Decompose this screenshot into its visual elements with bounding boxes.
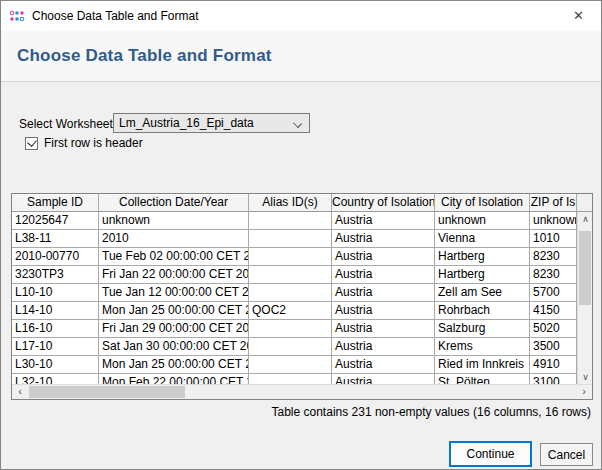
table-row[interactable]: 2010-00770Tue Feb 02 00:00:00 CET 2010Au… [12,248,577,266]
table-cell[interactable] [249,212,332,230]
data-preview-table: Sample IDCollection Date/YearAlias ID(s)… [11,193,593,400]
choose-data-table-dialog: Choose Data Table and Format ✕ Choose Da… [0,0,602,470]
table-cell[interactable]: Fri Jan 22 00:00:00 CET 2010 [99,266,249,284]
table-cell[interactable]: 8230 [530,266,577,284]
table-cell[interactable]: Rohrbach [435,302,530,320]
table-cell[interactable]: L38-11 [12,230,99,248]
table-cell[interactable]: unknown [435,212,530,230]
scroll-left-icon[interactable]: ‹ [12,385,28,400]
worksheet-select-label: Select Worksheet: [19,117,116,131]
column-header[interactable]: Sample ID [12,194,99,212]
table-cell[interactable] [249,338,332,356]
table-cell[interactable]: Austria [332,284,435,302]
table-cell[interactable]: 2010-00770 [12,248,99,266]
table-cell[interactable]: Austria [332,266,435,284]
table-cell[interactable]: Tue Feb 02 00:00:00 CET 2010 [99,248,249,266]
vertical-scrollbar-thumb[interactable] [579,231,591,305]
table-row[interactable]: L30-10Mon Jan 25 00:00:00 CET 2010Austri… [12,356,577,374]
table-cell[interactable]: L30-10 [12,356,99,374]
table-cell[interactable]: Zell am See [435,284,530,302]
table-cell[interactable]: Austria [332,320,435,338]
table-cell[interactable]: 12025647 [12,212,99,230]
table-cell[interactable]: QOC2 [249,302,332,320]
column-header[interactable]: Country of Isolation [332,194,435,212]
close-icon[interactable]: ✕ [556,1,601,30]
table-cell[interactable]: unknown [99,212,249,230]
horizontal-scrollbar[interactable]: ‹ › [12,384,592,399]
table-header-corner [577,194,592,212]
table-cell[interactable]: unknown [530,212,577,230]
table-cell[interactable]: L10-10 [12,284,99,302]
first-row-header-option[interactable]: First row is header [25,136,143,150]
table-cell[interactable]: Salzburg [435,320,530,338]
table-cell[interactable]: Austria [332,302,435,320]
table-cell[interactable]: Austria [332,338,435,356]
table-row[interactable]: L10-10Tue Jan 12 00:00:00 CET 2010Austri… [12,284,577,302]
horizontal-scrollbar-thumb[interactable] [29,386,185,398]
table-cell[interactable]: Tue Jan 12 00:00:00 CET 2010 [99,284,249,302]
title-bar[interactable]: Choose Data Table and Format ✕ [1,1,601,31]
table-cell[interactable]: 5700 [530,284,577,302]
table-row[interactable]: L14-10Mon Jan 25 00:00:00 CET 2010QOC2Au… [12,302,577,320]
table-cell[interactable]: L14-10 [12,302,99,320]
table-cell[interactable]: Hartberg [435,266,530,284]
table-cell[interactable]: Mon Jan 25 00:00:00 CET 2010 [99,302,249,320]
table-cell[interactable]: Fri Jan 29 00:00:00 CET 2010 [99,320,249,338]
window-title: Choose Data Table and Format [32,9,199,23]
first-row-header-label[interactable]: First row is header [44,136,143,150]
page-title: Choose Data Table and Format [17,46,272,66]
app-dots-icon [9,8,25,24]
table-header-row: Sample IDCollection Date/YearAlias ID(s)… [12,194,577,212]
table-row[interactable]: 3230TP3Fri Jan 22 00:00:00 CET 2010Austr… [12,266,577,284]
table-row[interactable]: L38-112010AustriaVienna1010 [12,230,577,248]
table-cell[interactable] [249,284,332,302]
table-cell[interactable] [249,266,332,284]
first-row-header-checkbox[interactable] [25,137,38,150]
table-cell[interactable]: Vienna [435,230,530,248]
table-cell[interactable]: Sat Jan 30 00:00:00 CET 2010 [99,338,249,356]
checkmark-icon [27,137,37,147]
table-cell[interactable]: Austria [332,356,435,374]
table-body: 12025647unknownAustriaunknownunknownL38-… [12,212,577,386]
table-cell[interactable] [249,320,332,338]
table-cell[interactable]: Austria [332,248,435,266]
table-row[interactable]: 12025647unknownAustriaunknownunknown [12,212,577,230]
table-cell[interactable] [249,356,332,374]
worksheet-select[interactable]: Lm_Austria_16_Epi_data [113,113,310,133]
table-cell[interactable]: Austria [332,212,435,230]
table-cell[interactable]: Austria [332,230,435,248]
vertical-scrollbar[interactable]: ∧ ∨ [577,212,592,386]
table-cell[interactable]: 3500 [530,338,577,356]
table-cell[interactable]: 5020 [530,320,577,338]
chevron-down-icon [293,119,302,128]
table-cell[interactable]: 4910 [530,356,577,374]
dialog-heading-band: Choose Data Table and Format [1,31,601,82]
column-header[interactable]: ZIP of Is [530,194,577,212]
column-header[interactable]: City of Isolation [435,194,530,212]
table-row[interactable]: L16-10Fri Jan 29 00:00:00 CET 2010Austri… [12,320,577,338]
table-cell[interactable]: 4150 [530,302,577,320]
table-row[interactable]: L17-10Sat Jan 30 00:00:00 CET 2010Austri… [12,338,577,356]
table-cell[interactable]: 1010 [530,230,577,248]
table-cell[interactable]: Hartberg [435,248,530,266]
cancel-button[interactable]: Cancel [540,443,593,466]
table-cell[interactable]: L17-10 [12,338,99,356]
table-cell[interactable] [249,230,332,248]
column-header[interactable]: Alias ID(s) [249,194,332,212]
table-cell[interactable]: Ried im Innkreis [435,356,530,374]
column-header[interactable]: Collection Date/Year [99,194,249,212]
worksheet-selected-value: Lm_Austria_16_Epi_data [119,116,254,130]
table-cell[interactable]: L16-10 [12,320,99,338]
table-cell[interactable]: Krems [435,338,530,356]
table-cell[interactable]: 3230TP3 [12,266,99,284]
scroll-right-icon[interactable]: › [576,385,592,400]
table-cell[interactable] [249,248,332,266]
continue-button[interactable]: Continue [449,441,532,467]
table-cell[interactable]: Mon Jan 25 00:00:00 CET 2010 [99,356,249,374]
table-cell[interactable]: 8230 [530,248,577,266]
table-summary-status: Table contains 231 non-empty values (16 … [272,405,592,419]
table-cell[interactable]: 2010 [99,230,249,248]
scroll-up-icon[interactable]: ∧ [578,212,593,228]
